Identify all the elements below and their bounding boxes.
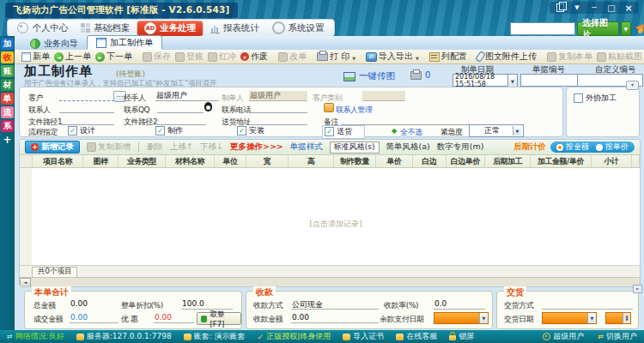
tab-business-wizard[interactable]: 业务向导 <box>21 38 87 50</box>
pick-image-dropdown-icon[interactable] <box>621 21 631 36</box>
column-header[interactable]: 材料名称 <box>166 155 215 167</box>
file-path1-field[interactable] <box>61 115 114 125</box>
ribbon-tab-business[interactable]: AD 业务处理 <box>137 21 203 36</box>
pay-method-field[interactable]: 公司现金 <box>291 299 379 310</box>
column-header[interactable]: 宽 <box>246 155 289 167</box>
ribbon-tab-archives[interactable]: 基础档案 <box>76 21 135 35</box>
copy-doc-button[interactable]: 复制本单 <box>547 51 592 63</box>
lock-screen-button[interactable]: 锁屏 <box>449 331 474 342</box>
favor-field[interactable]: 0.00 <box>154 313 194 323</box>
balance-date-select[interactable] <box>434 312 489 324</box>
file-path2-field[interactable] <box>157 115 206 125</box>
red-reverse-button[interactable]: 红冲 <box>208 51 236 63</box>
round-button[interactable]: 取整[F7] <box>197 312 241 325</box>
paste-screenshot-button[interactable]: 粘贴截图 <box>597 51 642 63</box>
switch-user-button[interactable]: 切换用户 <box>598 331 637 342</box>
next-doc-button[interactable]: 下一单 <box>95 51 132 63</box>
column-header[interactable]: 小计 <box>592 155 632 167</box>
deal-field[interactable]: 0.00 <box>70 313 118 323</box>
rail-item-processing[interactable]: 加 <box>1 38 14 50</box>
modify-button[interactable]: 改单 <box>278 51 307 63</box>
pricing-by-unit-radio[interactable]: 按单价 <box>596 141 629 153</box>
horizontal-scrollbar[interactable] <box>20 277 640 286</box>
prev-doc-button[interactable]: 上一单 <box>54 51 91 63</box>
current-user[interactable]: 超级用户 <box>543 331 584 342</box>
pay-amount-field[interactable]: 0.00 <box>291 313 379 323</box>
urgency-select[interactable]: 正常 <box>469 124 524 137</box>
discount-field[interactable]: 100.0 <box>181 299 233 310</box>
style-numeric-button[interactable]: 数字专用(m) <box>437 141 484 153</box>
pay-rate-field[interactable]: 0.0 <box>434 299 485 310</box>
style-simple-button[interactable]: 简单风格(a) <box>386 141 430 153</box>
column-config-button[interactable]: 列配置 <box>429 51 467 63</box>
one-key-upload-link[interactable]: 一键传图 <box>343 70 395 82</box>
rail-item-system[interactable]: 系 <box>1 120 14 132</box>
delivery-time-spinner[interactable] <box>605 312 631 324</box>
pick-image-button[interactable]: 选择图片 <box>577 21 619 36</box>
date-field[interactable]: 2016/08/18 15:51:58 <box>453 74 511 87</box>
post-button[interactable]: 登账 <box>175 51 204 63</box>
ribbon-tab-reports[interactable]: 报表统计 <box>205 21 264 35</box>
qq-field[interactable] <box>157 103 204 113</box>
more-actions-link[interactable]: 更多操作>>> <box>230 141 283 153</box>
column-header[interactable]: 图样 <box>83 155 118 167</box>
column-header[interactable]: 业务类型 <box>118 155 166 167</box>
column-header[interactable]: 单价 <box>376 155 413 167</box>
save-button[interactable]: 保存 <box>143 51 171 63</box>
minimize-icon[interactable] <box>589 3 599 12</box>
import-cert-button[interactable]: 导入证书 <box>343 331 384 342</box>
flow-check-install[interactable]: 安装 <box>237 125 264 136</box>
attachment-upload-button[interactable]: 图文附件上传 <box>477 51 537 63</box>
collapse-panel-icon[interactable] <box>626 81 639 90</box>
scroll-left-icon[interactable] <box>20 278 31 287</box>
close-icon[interactable] <box>623 3 634 12</box>
column-header[interactable]: 白边单价 <box>447 155 485 167</box>
ribbon-tab-settings[interactable]: 系统设置 <box>267 21 330 35</box>
image-path-input[interactable] <box>510 22 575 35</box>
flow-check-design[interactable]: 设计 <box>68 125 95 136</box>
uncheck-all-link[interactable]: 全不选 <box>400 127 422 138</box>
empty-grid-hint[interactable]: [点击添加记录] <box>32 219 640 230</box>
address-field[interactable] <box>249 115 307 125</box>
import-export-button[interactable]: 导入导出 <box>366 51 419 63</box>
column-header[interactable]: 高 <box>289 155 334 167</box>
new-doc-button[interactable]: 新单 <box>21 51 50 63</box>
column-header[interactable]: 后期加工 <box>485 155 531 167</box>
move-up-button[interactable]: 上移↑ <box>170 141 193 153</box>
flow-check-deliver[interactable]: 送货 <box>322 125 365 139</box>
expand-panel-icon[interactable] <box>633 285 642 293</box>
qq-penguin-icon[interactable] <box>204 102 212 111</box>
move-down-button[interactable]: 下移↓ <box>200 141 223 153</box>
handler-field[interactable]: 超级用户 <box>155 91 219 101</box>
delivery-method-field[interactable] <box>542 299 633 310</box>
rail-item-documents[interactable]: 单 <box>1 93 14 105</box>
maximize-icon[interactable] <box>606 3 617 12</box>
delivery-date-select[interactable] <box>542 312 597 324</box>
print-button[interactable]: 打 印 <box>317 51 355 63</box>
phone-field[interactable] <box>249 103 307 113</box>
pricing-by-amount-radio[interactable]: 按金额 <box>556 141 589 153</box>
rail-item-flow[interactable]: 流 <box>1 106 14 118</box>
add-record-button[interactable]: 新增记录 <box>25 141 80 153</box>
chevron-down-icon[interactable] <box>572 3 582 12</box>
column-header[interactable]: 加工金额/单价 <box>531 155 592 167</box>
screenshot-icon[interactable] <box>555 3 565 12</box>
rail-item-materials[interactable]: 材 <box>1 79 14 91</box>
rail-item-add[interactable]: + <box>1 134 14 146</box>
flow-check-make[interactable]: 制作 <box>155 125 183 136</box>
customer-field[interactable] <box>59 91 114 101</box>
rail-item-accounts[interactable]: 账 <box>1 65 14 77</box>
outsource-checkbox[interactable]: 外协加工 <box>574 93 617 104</box>
style-standard-button[interactable]: 标准风格(s) <box>330 141 380 153</box>
contact-field[interactable] <box>59 103 114 113</box>
ribbon-tab-personal[interactable]: 个人中心 <box>12 21 73 35</box>
delete-row-button[interactable]: 删除 <box>147 141 163 153</box>
column-header[interactable]: 单位 <box>215 155 246 167</box>
column-header[interactable]: 制作数量 <box>334 155 376 167</box>
copy-add-button[interactable]: 复制新增 <box>87 141 131 153</box>
column-header[interactable]: 项目名称 <box>33 155 83 167</box>
online-service-button[interactable]: 在线客服 <box>396 331 437 342</box>
tab-processing-order[interactable]: 加工制作单 <box>87 35 162 50</box>
void-button[interactable]: 作废 <box>240 51 268 63</box>
rail-item-receipt[interactable]: 收 <box>1 51 14 63</box>
